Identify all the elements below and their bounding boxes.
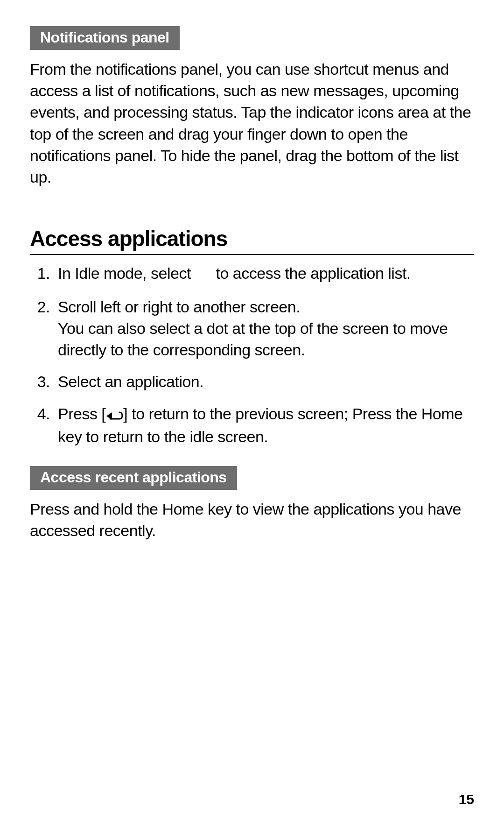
step-4: Press [] to return to the previous scree… (54, 403, 474, 447)
step-2-text: Scroll left or right to another screen. (58, 298, 300, 316)
heading-rule (30, 254, 474, 255)
steps-list: In Idle mode, select to access the appli… (30, 262, 474, 447)
step-3: Select an application. (54, 371, 474, 392)
step-1-text-after: to access the application list. (212, 264, 411, 282)
page-number: 15 (459, 792, 474, 807)
subsection-tag-notifications: Notifications panel (30, 26, 180, 50)
step-1: In Idle mode, select to access the appli… (54, 262, 474, 285)
step-3-text: Select an application. (58, 373, 203, 390)
step-1-text-before: In Idle mode, select (58, 264, 195, 282)
heading-access-applications: Access applications (30, 226, 474, 251)
recent-apps-description: Press and hold the Home key to view the … (30, 498, 474, 541)
manual-page: Notifications panel From the notificatio… (0, 0, 504, 827)
subsection-tag-recent-apps: Access recent applications (30, 466, 237, 490)
step-2: Scroll left or right to another screen. … (54, 296, 474, 361)
apps-grid-icon (195, 264, 212, 285)
back-icon (105, 404, 123, 426)
step-4-text-before: Press [ (58, 405, 105, 423)
notifications-panel-description: From the notifications panel, you can us… (30, 58, 474, 188)
step-2-subtext: You can also select a dot at the top of … (58, 318, 474, 360)
